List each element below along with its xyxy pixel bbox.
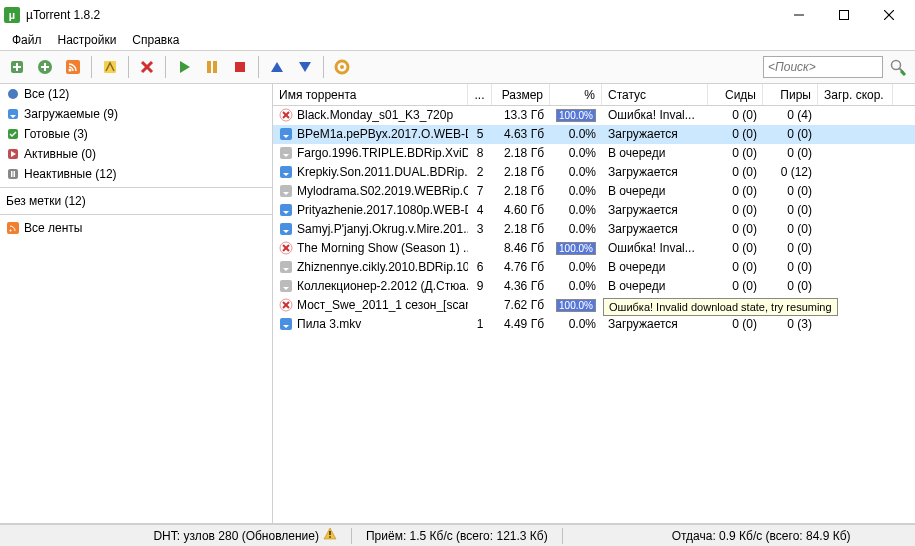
col-header-percent[interactable]: % [550,84,602,105]
search-input[interactable] [763,56,883,78]
svg-line-25 [901,71,905,75]
category-label: Все ленты [24,221,82,235]
torrent-percent: 0.0% [550,221,602,237]
row-status-icon [279,222,293,236]
torrent-name: The Morning Show (Season 1) ... [297,241,468,255]
torrent-status: Загружается [602,316,708,332]
category-label: Без метки (12) [6,194,86,208]
torrent-seeds: 0 (0) [708,278,763,294]
svg-point-11 [69,69,72,72]
torrent-speed [818,285,893,287]
category-active[interactable]: Активные (0) [0,144,272,164]
torrent-status: Загружается [602,202,708,218]
main-area: Все (12) Загружаемые (9) Готовые (3) Акт… [0,84,915,524]
torrent-row[interactable]: Mylodrama.S02.2019.WEBRip.G...72.18 Гб0.… [273,182,915,201]
torrent-name: Black.Monday_s01_K3_720p [297,108,453,122]
col-header-seeds[interactable]: Сиды [708,84,763,105]
torrent-peers: 0 (0) [763,259,818,275]
torrent-row[interactable]: Коллекционер-2.2012 (Д.Стюа...94.36 Гб0.… [273,277,915,296]
torrent-row[interactable]: Black.Monday_s01_K3_720p13.3 Гб100.0%Оши… [273,106,915,125]
torrent-peers: 0 (0) [763,202,818,218]
status-down-label: Приём: 1.5 Кб/с (всего: 121.3 Кб) [366,529,548,543]
torrent-percent: 0.0% [550,316,602,332]
add-torrent-button[interactable] [4,54,30,80]
torrent-speed [818,323,893,325]
remove-button[interactable] [134,54,160,80]
stop-button[interactable] [227,54,253,80]
rss-button[interactable] [60,54,86,80]
menu-settings[interactable]: Настройки [50,31,125,49]
category-downloading[interactable]: Загружаемые (9) [0,104,272,124]
torrent-row[interactable]: Пила 3.mkv14.49 Гб0.0%Загружается0 (0)0 … [273,315,915,334]
torrent-order: 2 [468,164,492,180]
torrent-row[interactable]: The Morning Show (Season 1) ...8.46 Гб10… [273,239,915,258]
torrent-peers: 0 (0) [763,221,818,237]
minimize-button[interactable] [776,1,821,29]
torrent-row[interactable]: Prityazhenie.2017.1080p.WEB-D...44.60 Гб… [273,201,915,220]
svg-point-26 [8,89,18,99]
menu-bar: Файл Настройки Справка [0,30,915,50]
svg-rect-48 [280,204,292,216]
svg-marker-19 [271,62,283,72]
torrent-name: Коллекционер-2.2012 (Д.Стюа... [297,279,468,293]
torrent-percent: 0.0% [550,126,602,142]
row-status-icon [279,108,293,122]
category-nolabel[interactable]: Без метки (12) [0,191,272,211]
category-feeds[interactable]: Все ленты [0,218,272,238]
torrent-row[interactable]: Zhiznennye.cikly.2010.BDRip.10...64.76 Г… [273,258,915,277]
torrent-row[interactable]: Krepkiy.Son.2011.DUAL.BDRip.x...22.18 Гб… [273,163,915,182]
menu-help[interactable]: Справка [124,31,187,49]
torrent-speed [818,209,893,211]
torrent-percent: 100.0% [550,241,602,256]
app-icon: µ [4,7,20,23]
torrent-seeds: 0 (0) [708,183,763,199]
col-header-speed[interactable]: Загр. скор. [818,84,893,105]
col-header-num[interactable]: ... [468,84,492,105]
col-header-status[interactable]: Статус [602,84,708,105]
torrent-order: 3 [468,221,492,237]
torrent-row[interactable]: BPeM1a.pePByx.2017.O.WEB-D...54.63 Гб0.0… [273,125,915,144]
status-up-label: Отдача: 0.9 Кб/с (всего: 84.9 Кб) [672,529,851,543]
col-header-size[interactable]: Размер [492,84,550,105]
preferences-button[interactable] [329,54,355,80]
create-torrent-button[interactable] [97,54,123,80]
torrent-size: 4.36 Гб [492,278,550,294]
torrent-seeds: 0 (0) [708,107,763,123]
status-dht-label: DHT: узлов 280 (Обновление) [153,529,319,543]
title-bar: µ µTorrent 1.8.2 [0,0,915,30]
svg-rect-33 [11,171,13,177]
svg-marker-15 [180,61,190,73]
torrent-list: Имя торрента ... Размер % Статус Сиды Пи… [273,84,915,523]
torrent-order: 5 [468,126,492,142]
svg-rect-46 [280,185,292,197]
col-header-peers[interactable]: Пиры [763,84,818,105]
warning-icon [323,527,337,544]
list-body[interactable]: Black.Monday_s01_K3_720p13.3 Гб100.0%Оши… [273,106,915,523]
torrent-name: Samyj.P'janyj.Okrug.v.Mire.201... [297,222,468,236]
torrent-row[interactable]: Samyj.P'janyj.Okrug.v.Mire.201...32.18 Г… [273,220,915,239]
pause-button[interactable] [199,54,225,80]
menu-file[interactable]: Файл [4,31,50,49]
search-button[interactable] [885,54,911,80]
add-url-button[interactable] [32,54,58,80]
close-button[interactable] [866,1,911,29]
category-inactive[interactable]: Неактивные (12) [0,164,272,184]
maximize-button[interactable] [821,1,866,29]
category-completed[interactable]: Готовые (3) [0,124,272,144]
row-status-icon [279,279,293,293]
row-status-icon [279,203,293,217]
start-button[interactable] [171,54,197,80]
col-header-name[interactable]: Имя торрента [273,84,468,105]
torrent-seeds: 0 (0) [708,316,763,332]
category-all[interactable]: Все (12) [0,84,272,104]
window-title: µTorrent 1.8.2 [26,8,776,22]
row-status-icon [279,298,293,312]
torrent-size: 4.49 Гб [492,316,550,332]
tooltip: Ошибка! Invalid download state, try resu… [603,298,838,316]
torrent-peers: 0 (0) [763,240,818,256]
torrent-speed [818,190,893,192]
torrent-row[interactable]: Fargo.1996.TRIPLE.BDRip.XviD...82.18 Гб0… [273,144,915,163]
move-down-button[interactable] [292,54,318,80]
move-up-button[interactable] [264,54,290,80]
category-label: Активные (0) [24,147,96,161]
